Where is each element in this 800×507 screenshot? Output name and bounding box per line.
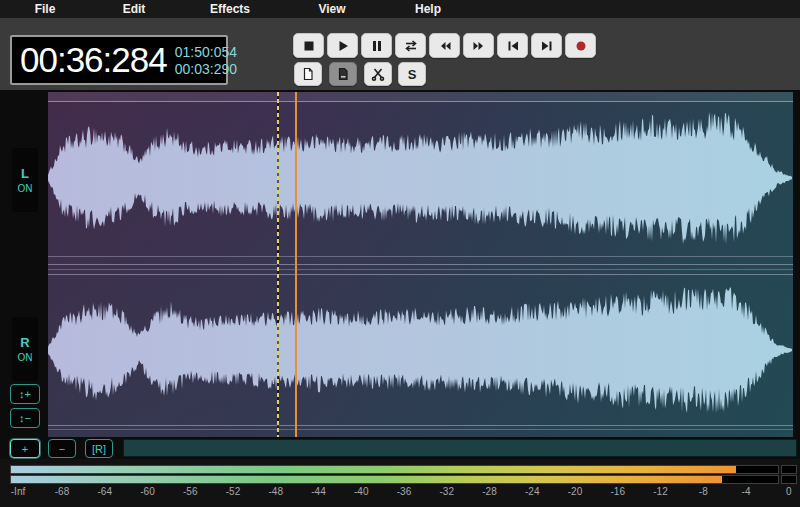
solo-button-label: S [408,67,417,82]
meter-tick-label: -24 [525,486,539,497]
pause-icon [369,38,385,54]
pause-button[interactable] [361,33,392,58]
copy-icon [300,66,316,82]
skip-to-end-button[interactable] [531,33,562,58]
right-channel-state: ON [18,352,33,363]
meter-bar-right [10,475,779,484]
meter-tick-label: 0 [786,486,792,497]
left-channel-waveform [48,112,792,245]
left-channel-label: L [21,166,29,181]
menu-bar: File Edit Effects View Help [0,0,800,18]
left-channel-toggle[interactable]: L ON [12,148,38,212]
meter-tick-label: -60 [140,486,154,497]
total-time: 01:50:054 [175,45,237,59]
record-icon [573,38,589,54]
channel-divider [48,429,793,430]
toolbar: 00:36:284 01:50:054 00:03:290 [0,18,800,90]
vertical-zoom-out-button[interactable]: ↕− [10,408,40,428]
meter-bar-left [10,465,779,474]
meter-tick-label: -40 [354,486,368,497]
zoom-reset-button[interactable]: [R] [85,439,113,458]
meter-tick-label: -64 [98,486,112,497]
meter-tick-label: -48 [269,486,283,497]
right-channel-toggle[interactable]: R ON [12,317,38,381]
channel-divider [48,425,793,426]
paste-icon [335,66,351,82]
loop-icon [403,38,419,54]
meter-tick-label: -8 [699,486,708,497]
stop-button[interactable] [293,33,324,58]
paste-button[interactable] [329,62,357,86]
vertical-zoom-in-button[interactable]: ↕+ [10,384,40,404]
playback-position-line[interactable] [295,92,297,437]
cut-button[interactable] [364,62,392,86]
meter-tick-label: -12 [653,486,667,497]
waveform-view[interactable] [48,92,793,437]
fast-forward-button[interactable] [463,33,494,58]
audio-editor-window: File Edit Effects View Help 00:36:284 01… [0,0,800,507]
menu-help[interactable]: Help [382,2,474,16]
channel-divider [48,101,793,102]
channel-divider [48,264,793,265]
meter-tick-label: -44 [311,486,325,497]
loop-button[interactable] [395,33,426,58]
menu-view[interactable]: View [282,2,382,16]
rewind-icon [437,38,453,54]
skip-to-end-icon [539,38,555,54]
cut-icon [370,66,386,82]
meter-tick-label: -68 [55,486,69,497]
menu-edit[interactable]: Edit [90,2,178,16]
zoom-in-button[interactable]: + [10,439,40,458]
meter-tick-label: -32 [440,486,454,497]
play-button[interactable] [327,33,358,58]
skip-to-start-button[interactable] [497,33,528,58]
channel-divider [48,274,793,275]
zoom-out-button[interactable]: − [48,439,76,458]
meter-tick-label: -28 [482,486,496,497]
channel-divider [48,269,793,270]
current-time: 00:36:284 [20,40,167,80]
meter-tick-label: -16 [611,486,625,497]
rewind-button[interactable] [429,33,460,58]
right-channel-label: R [20,335,29,350]
play-icon [335,38,351,54]
meter-fill-left [11,466,736,473]
record-button[interactable] [565,33,596,58]
channel-divider [48,256,793,257]
meter-tick-label: -56 [183,486,197,497]
meter-scale: -Inf-68-64-60-56-52-48-44-40-36-32-28-24… [0,486,800,500]
menu-file[interactable]: File [0,2,90,16]
solo-button[interactable]: S [398,62,426,86]
skip-to-start-icon [505,38,521,54]
stop-icon [301,38,317,54]
selection-time: 00:03:290 [175,62,237,76]
main-area: L ON R ON ↕+ ↕− + − [R] [0,90,800,459]
waveform-scrollbar[interactable] [123,439,797,457]
meter-tick-label: -Inf [11,486,25,497]
time-display: 00:36:284 01:50:054 00:03:290 [10,35,228,85]
meter-fill-right [11,476,722,483]
right-channel-waveform [48,288,792,414]
menu-effects[interactable]: Effects [178,2,282,16]
meter-tick-label: -4 [742,486,751,497]
copy-button[interactable] [294,62,322,86]
clip-indicator-right [781,475,797,484]
meter-tick-label: -52 [226,486,240,497]
level-meter: -Inf-68-64-60-56-52-48-44-40-36-32-28-24… [0,459,800,507]
meter-tick-label: -36 [397,486,411,497]
left-channel-state: ON [18,183,33,194]
fast-forward-icon [471,38,487,54]
clip-indicator-left [781,465,797,474]
selection-cursor-line[interactable] [277,92,279,437]
meter-tick-label: -20 [568,486,582,497]
